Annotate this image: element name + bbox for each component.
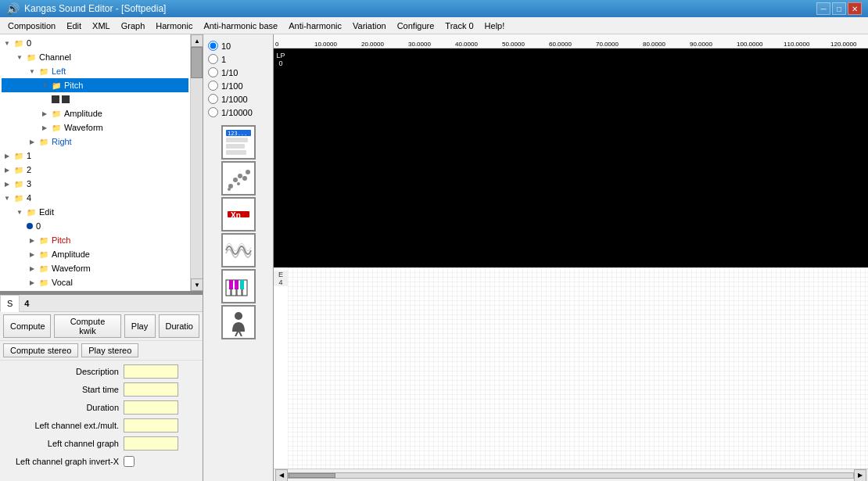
hscrollbar[interactable]: ◀ ▶ [274, 468, 868, 481]
duratio-button[interactable]: Duratio [159, 314, 199, 338]
expander-left[interactable]: ▼ [27, 66, 38, 77]
tree-item-2[interactable]: ▶ 📁 2 [2, 163, 188, 177]
menu-edit[interactable]: Edit [62, 20, 86, 32]
tree-item-waveform2[interactable]: ▶ 📁 Waveform [2, 261, 188, 275]
leftchannel-graph-input[interactable] [124, 436, 178, 450]
piano-roll-grid [288, 267, 868, 468]
hscroll-left-btn[interactable]: ◀ [275, 469, 288, 482]
radio-1[interactable] [208, 54, 218, 64]
menu-graph[interactable]: Graph [117, 20, 150, 32]
play-stereo-button[interactable]: Play stereo [81, 343, 138, 357]
expander-edit[interactable]: ▼ [14, 206, 25, 217]
tree-item-vocal[interactable]: ▶ 📁 Vocal [2, 275, 188, 289]
radio-110[interactable] [208, 67, 218, 77]
minimize-button[interactable]: ─ [816, 2, 830, 15]
radio-110000[interactable] [208, 107, 218, 117]
expander-waveform2[interactable]: ▶ [27, 263, 38, 274]
radio-1100[interactable] [208, 81, 218, 91]
tree-label-amplitude: Amplitude [64, 109, 102, 118]
description-input[interactable] [124, 364, 178, 379]
hscroll-track[interactable] [288, 472, 854, 479]
menu-antiharmonic[interactable]: Anti-harmonic [284, 20, 346, 32]
tree-item-amplitude[interactable]: ▶ 📁 Amplitude [2, 106, 188, 120]
wave-tool-btn[interactable] [221, 233, 256, 267]
leftchannel-invertx-label: Left channel graph invert-X [6, 457, 124, 466]
menu-variation[interactable]: Variation [348, 20, 391, 32]
close-button[interactable]: ✕ [848, 2, 862, 15]
expander-0[interactable]: ▼ [2, 38, 13, 48]
cursor-tool-btn[interactable] [221, 305, 256, 339]
expander-vocal[interactable]: ▶ [27, 277, 38, 288]
tree-item-edit[interactable]: ▼ 📁 Edit [2, 205, 188, 219]
tree-item-0[interactable]: ▼ 📁 0 [2, 36, 188, 50]
starttime-input[interactable] [124, 382, 178, 397]
tree-item-left[interactable]: ▼ 📁 Left [2, 64, 188, 78]
play-button[interactable]: Play [124, 314, 156, 338]
expander-pitch[interactable]: ▼ [39, 80, 50, 91]
tree-item-right[interactable]: ▶ 📁 Right [2, 135, 188, 149]
leftchannel-ext-input[interactable] [124, 418, 178, 433]
tree-item-edit-dot[interactable]: 0 [2, 219, 188, 233]
svg-point-7 [238, 174, 242, 178]
tab-s[interactable]: S [0, 295, 20, 312]
tree-item-channel[interactable]: ▼ 📁 Channel [2, 50, 188, 64]
maximize-button[interactable]: □ [832, 2, 846, 15]
expander-3[interactable]: ▶ [2, 178, 13, 189]
numbers-tool-btn[interactable]: 123... [221, 125, 256, 160]
tree-vscrollbar[interactable]: ▲ ▼ [190, 34, 203, 291]
left-panel: ▼ 📁 0 ▼ 📁 Channel ▼ 📁 Left [0, 34, 203, 481]
expander-channel[interactable]: ▼ [14, 52, 25, 63]
duration-input[interactable] [124, 400, 178, 415]
starttime-row: Start time [6, 382, 196, 397]
piano-tool-btn[interactable] [221, 269, 256, 303]
stereo-buttons-row: Compute stereo Play stereo [0, 341, 203, 361]
tree-label-right: Right [52, 137, 72, 146]
tree-item-pitch2[interactable]: ▶ 📁 Pitch [2, 233, 188, 247]
radio-11000[interactable] [208, 94, 218, 104]
bottom-canvas[interactable]: E4 [274, 267, 868, 468]
compute-button[interactable]: Compute [3, 314, 51, 338]
tree-item-amplitude2[interactable]: ▶ 📁 Amplitude [2, 247, 188, 261]
expander-right[interactable]: ▶ [27, 136, 38, 147]
tree-item-waveform[interactable]: ▶ 📁 Waveform [2, 120, 188, 135]
scroll-thumb[interactable] [191, 47, 203, 78]
expander-1[interactable]: ▶ [2, 150, 13, 161]
ruler-120: 120.0000 [830, 41, 856, 48]
top-canvas[interactable]: LP0 [274, 48, 868, 267]
radio-label-1100: 1/100 [221, 81, 243, 91]
menu-configure[interactable]: Configure [393, 20, 439, 32]
menu-track[interactable]: Track 0 [440, 20, 478, 32]
tree-item-dot[interactable] [2, 92, 188, 106]
radio-10[interactable] [208, 41, 218, 51]
hscroll-right-btn[interactable]: ▶ [854, 469, 866, 482]
tree-item-pitch[interactable]: ▼ 📁 Pitch [2, 78, 188, 92]
scroll-up-btn[interactable]: ▲ [191, 34, 203, 47]
compute-kwik-button[interactable]: Compute kwik [54, 314, 120, 338]
hscroll-thumb[interactable] [289, 473, 335, 478]
tree-item-1[interactable]: ▶ 📁 1 [2, 149, 188, 163]
expander-amplitude2[interactable]: ▶ [27, 249, 38, 260]
menu-harmonic[interactable]: Harmonic [151, 20, 197, 32]
menu-antiharmonicbase[interactable]: Anti-harmonic base [199, 20, 282, 32]
starttime-label: Start time [6, 385, 124, 394]
folder-icon-4: 📁 [13, 193, 25, 203]
tree-scroll[interactable]: ▼ 📁 0 ▼ 📁 Channel ▼ 📁 Left [0, 34, 203, 291]
dots-tool-btn[interactable] [221, 161, 256, 196]
menu-xml[interactable]: XML [88, 20, 115, 32]
expander-waveform[interactable]: ▶ [39, 122, 50, 133]
tree-label-amplitude2: Amplitude [52, 249, 90, 259]
leftchannel-graph-row: Left channel graph [6, 436, 196, 451]
expander-4[interactable]: ▼ [2, 192, 13, 203]
expander-pitch2[interactable]: ▶ [27, 235, 38, 246]
tree-item-4[interactable]: ▼ 📁 4 [2, 191, 188, 205]
expander-amplitude[interactable]: ▶ [39, 108, 50, 119]
expander-2[interactable]: ▶ [2, 164, 13, 175]
compute-stereo-button[interactable]: Compute stereo [3, 343, 78, 357]
menu-composition[interactable]: Composition [3, 20, 60, 32]
scroll-down-btn[interactable]: ▼ [191, 278, 203, 291]
app-icon: 🔊 [6, 2, 20, 15]
menu-help[interactable]: Help! [480, 20, 510, 32]
tree-item-3[interactable]: ▶ 📁 3 [2, 177, 188, 191]
cross-tool-btn[interactable]: Xn [221, 197, 256, 232]
leftchannel-invertx-checkbox[interactable] [124, 456, 135, 467]
